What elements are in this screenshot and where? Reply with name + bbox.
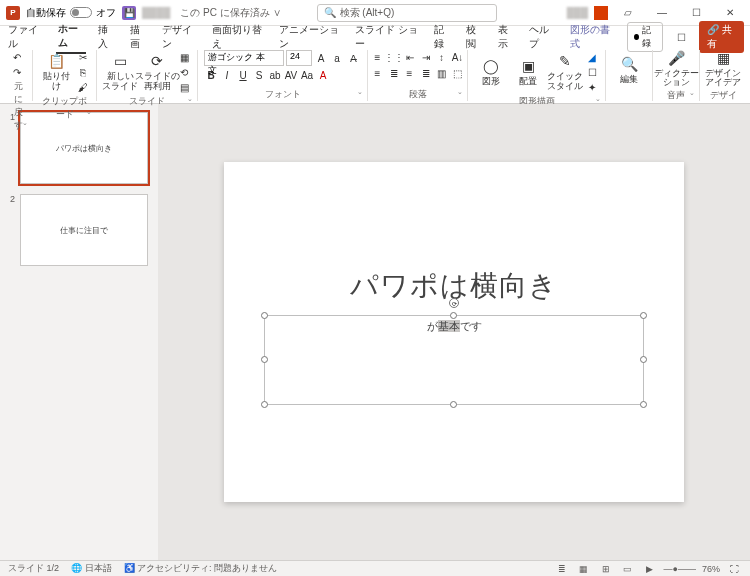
columns-icon[interactable]: ▥ (435, 66, 449, 80)
arrange-button[interactable]: ▣配置 (511, 58, 545, 86)
minimize-button[interactable]: — (648, 3, 676, 23)
tab-slideshow[interactable]: スライド ショー (353, 21, 422, 53)
find-icon: 🔍 (620, 56, 638, 74)
slideshow-view-icon[interactable]: ▶ (642, 563, 658, 575)
resize-handle[interactable] (640, 401, 647, 408)
shape-effects-icon[interactable]: ✦ (585, 80, 599, 94)
slide-counter[interactable]: スライド 1/2 (8, 562, 59, 575)
spacing-icon[interactable]: AV (284, 68, 298, 82)
resize-handle[interactable] (261, 401, 268, 408)
justify-icon[interactable]: ≣ (419, 66, 433, 80)
tab-transitions[interactable]: 画面切り替え (210, 21, 267, 53)
shapes-button[interactable]: ◯図形 (474, 58, 508, 86)
normal-view-icon[interactable]: ▦ (576, 563, 592, 575)
smartart-icon[interactable]: ⬚ (451, 66, 465, 80)
line-spacing-icon[interactable]: ↕ (435, 50, 449, 64)
resize-handle[interactable] (261, 356, 268, 363)
font-size-select[interactable]: 24 (286, 50, 312, 66)
shadow-icon[interactable]: ab (268, 68, 282, 82)
slide-thumbnail-1[interactable]: パワポは横向き (20, 112, 148, 184)
reuse-slides-button[interactable]: ⟳スライドの 再利用 (140, 53, 174, 91)
dictate-button[interactable]: 🎤ディクテー ション (659, 50, 693, 88)
section-icon[interactable]: ▤ (177, 80, 191, 94)
ribbon-collapse-button[interactable]: ☐ (669, 27, 692, 47)
shape-outline-icon[interactable]: ☐ (585, 65, 599, 79)
maximize-button[interactable]: ☐ (682, 3, 710, 23)
tab-home[interactable]: ホーム (56, 20, 87, 54)
reading-view-icon[interactable]: ▭ (620, 563, 636, 575)
app-icon: P (6, 6, 20, 20)
subtitle-textbox[interactable]: ⟳ が基本です (264, 315, 644, 405)
clear-format-icon[interactable]: A̶ (346, 51, 360, 65)
slide-canvas[interactable]: パワポは横向き ⟳ が基本です (158, 104, 750, 560)
search-input[interactable]: 🔍 検索 (Alt+Q) (317, 4, 497, 22)
copy-icon[interactable]: ⎘ (76, 65, 90, 79)
record-button[interactable]: 記録 (627, 22, 664, 52)
indent-left-icon[interactable]: ⇤ (403, 50, 417, 64)
resize-handle[interactable] (450, 312, 457, 319)
underline-icon[interactable]: U (236, 68, 250, 82)
close-button[interactable]: ✕ (716, 3, 744, 23)
redo-icon[interactable]: ↷ (10, 65, 24, 79)
tab-draw[interactable]: 描画 (128, 21, 150, 53)
tab-record[interactable]: 記録 (432, 21, 454, 53)
group-voice-label: 音声 (659, 89, 693, 102)
indent-right-icon[interactable]: ⇥ (419, 50, 433, 64)
designer-button[interactable]: ▦デザイン アイデア (706, 50, 740, 88)
slide-thumbnails-panel[interactable]: 1 パワポは横向き 2 仕事に注目で (0, 104, 158, 560)
autosave-toggle[interactable]: 自動保存 オフ (26, 6, 116, 20)
tab-shape-format[interactable]: 図形の書式 (568, 21, 617, 53)
tab-help[interactable]: ヘルプ (527, 21, 558, 53)
resize-handle[interactable] (261, 312, 268, 319)
fit-window-icon[interactable]: ⛶ (726, 563, 742, 575)
editing-button[interactable]: 🔍編集 (612, 56, 646, 84)
format-painter-icon[interactable]: 🖌 (76, 80, 90, 94)
tab-view[interactable]: 表示 (496, 21, 518, 53)
new-slide-button[interactable]: ▭新しい スライド (103, 53, 137, 91)
reset-icon[interactable]: ⟲ (177, 65, 191, 79)
resize-handle[interactable] (640, 312, 647, 319)
user-avatar[interactable] (594, 6, 608, 20)
layout-icon[interactable]: ▦ (177, 50, 191, 64)
language-status[interactable]: 🌐 日本語 (71, 562, 112, 575)
font-color-icon[interactable]: A (316, 68, 330, 82)
toggle-off-icon[interactable] (70, 7, 92, 18)
paste-button[interactable]: 📋貼り付け (39, 53, 73, 91)
text-direction-icon[interactable]: A↓ (451, 50, 465, 64)
align-center-icon[interactable]: ≣ (387, 66, 401, 80)
zoom-slider[interactable]: —●—— (664, 564, 696, 574)
numbering-icon[interactable]: ⋮⋮ (387, 50, 401, 64)
italic-icon[interactable]: I (220, 68, 234, 82)
shrink-font-icon[interactable]: a (330, 51, 344, 65)
notes-button[interactable]: ≣ (554, 563, 570, 575)
tab-file[interactable]: ファイル (6, 21, 46, 53)
undo-icon[interactable]: ↶ (10, 50, 24, 64)
font-name-select[interactable]: 游ゴシック 本文 (204, 50, 284, 66)
document-title[interactable]: この PC に保存済み ∨ (180, 6, 280, 20)
tab-design[interactable]: デザイン (160, 21, 200, 53)
shape-fill-icon[interactable]: ◢ (585, 50, 599, 64)
resize-handle[interactable] (450, 401, 457, 408)
quickstyle-button[interactable]: ✎クイック スタイル (548, 53, 582, 91)
bullets-icon[interactable]: ≡ (371, 50, 385, 64)
cut-icon[interactable]: ✂ (76, 50, 90, 64)
change-case-icon[interactable]: Aa (300, 68, 314, 82)
sorter-view-icon[interactable]: ⊞ (598, 563, 614, 575)
tab-animations[interactable]: アニメーション (277, 21, 343, 53)
rotate-handle-icon[interactable]: ⟳ (449, 298, 459, 308)
tab-insert[interactable]: 挿入 (96, 21, 118, 53)
save-icon[interactable]: 💾 (122, 6, 136, 20)
strike-icon[interactable]: S (252, 68, 266, 82)
slide[interactable]: パワポは横向き ⟳ が基本です (224, 162, 684, 502)
resize-handle[interactable] (640, 356, 647, 363)
tab-review[interactable]: 校閲 (464, 21, 486, 53)
share-button[interactable]: 🔗 共有 (699, 21, 744, 53)
grow-font-icon[interactable]: A (314, 51, 328, 65)
ribbon-mode-button[interactable]: ▱ (614, 3, 642, 23)
align-left-icon[interactable]: ≡ (371, 66, 385, 80)
accessibility-status[interactable]: ♿ アクセシビリティ: 問題ありません (124, 562, 278, 575)
zoom-level[interactable]: 76% (702, 564, 720, 574)
slide-thumbnail-2[interactable]: 仕事に注目で (20, 194, 148, 266)
shapes-icon: ◯ (482, 58, 500, 76)
align-right-icon[interactable]: ≡ (403, 66, 417, 80)
